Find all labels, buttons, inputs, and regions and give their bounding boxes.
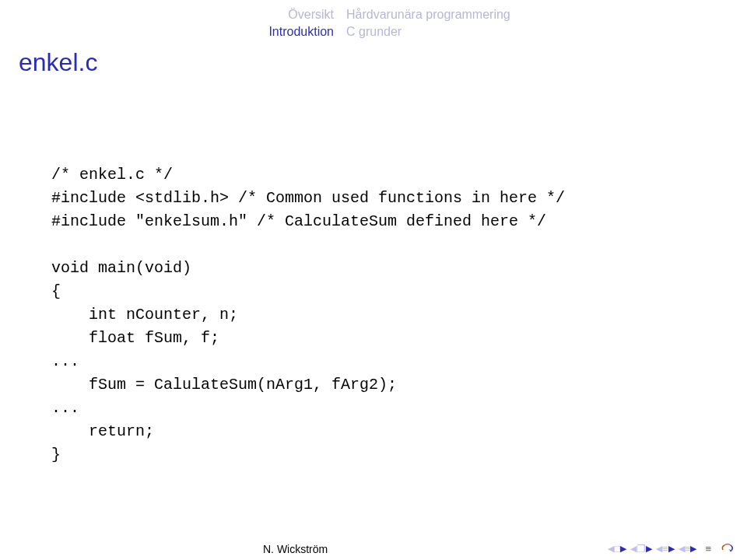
- nav-subsection-cgrunder[interactable]: C grunder: [346, 23, 402, 40]
- nav-first-slide[interactable]: ◀□▶: [608, 543, 626, 555]
- nav-section-introduktion[interactable]: Introduktion: [0, 23, 346, 40]
- frame-title: enkel.c: [19, 48, 97, 77]
- nav-next-step[interactable]: ◀≡▶: [679, 543, 696, 555]
- code-block: /* enkel.c */ #include <stdlib.h> /* Com…: [51, 163, 565, 467]
- nav-reload[interactable]: [721, 542, 736, 555]
- svg-marker-0: [729, 549, 731, 552]
- slide-controls: ◀□▶ ◀❐▶ ◀≡▶ ◀≡▶ ≡: [608, 542, 736, 555]
- nav-section-oversikt[interactable]: Översikt: [0, 6, 346, 23]
- navigation-bar: Översikt Hårdvarunära programmering Intr…: [0, 6, 747, 40]
- nav-prev-slide[interactable]: ◀❐▶: [630, 543, 651, 555]
- nav-subsection-hardvarunara[interactable]: Hårdvarunära programmering: [346, 6, 510, 23]
- nav-last-slide[interactable]: ≡: [705, 543, 711, 555]
- nav-prev-step[interactable]: ◀≡▶: [656, 543, 674, 555]
- footer: N. Wickström ◀□▶ ◀❐▶ ◀≡▶ ◀≡▶ ≡: [0, 538, 747, 560]
- author-name: N. Wickström: [263, 543, 328, 555]
